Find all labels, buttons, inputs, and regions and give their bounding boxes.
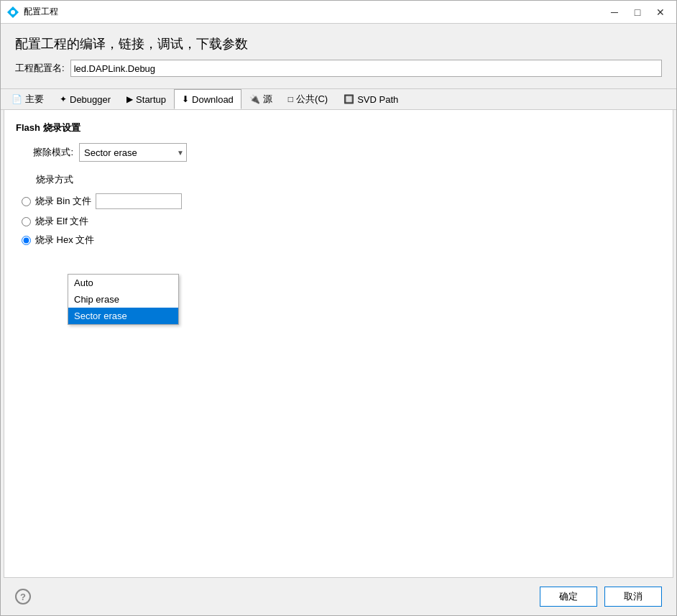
radio-elf-row: 烧录 Elf 文件 <box>22 215 661 228</box>
confirm-button[interactable]: 确定 <box>540 587 597 607</box>
svg-point-1 <box>11 10 15 14</box>
dropdown-item-auto[interactable]: Auto <box>68 275 178 291</box>
tab-debugger-label: Debugger <box>70 94 111 105</box>
header-title: 配置工程的编译，链接，调试，下载参数 <box>15 35 662 52</box>
tab-svdpath-icon: 🔲 <box>344 94 354 104</box>
tab-startup-label: Startup <box>136 94 166 105</box>
minimize-button[interactable]: ─ <box>604 4 625 20</box>
radio-bin-label: 烧录 Bin 文件 <box>35 195 91 208</box>
tab-main-icon: 📄 <box>11 94 22 104</box>
header-section: 配置工程的编译，链接，调试，下载参数 工程配置名: <box>1 24 676 88</box>
erase-mode-select-wrapper: Auto Chip erase Sector erase ▼ <box>79 143 187 162</box>
tab-common[interactable]: □ 公共(C) <box>280 89 336 109</box>
dropdown-menu: Auto Chip erase Sector erase <box>68 274 179 325</box>
footer: ? 确定 取消 <box>1 578 676 615</box>
tab-source-icon: 🔌 <box>249 94 260 104</box>
tab-svdpath-label: SVD Path <box>357 94 398 105</box>
footer-left: ? <box>15 589 31 604</box>
tab-source-label: 源 <box>263 93 272 106</box>
project-name-input[interactable] <box>70 60 662 77</box>
tab-download[interactable]: ⬇ Download <box>174 89 241 109</box>
tabs-bar: 📄 主要 ✦ Debugger ▶ Startup ⬇ Download 🔌 源… <box>1 88 676 110</box>
title-bar: 配置工程 ─ □ ✕ <box>1 1 676 24</box>
maximize-button[interactable]: □ <box>627 4 648 20</box>
tab-startup-icon: ▶ <box>126 94 133 104</box>
erase-mode-select[interactable]: Auto Chip erase Sector erase <box>79 143 187 162</box>
cancel-button[interactable]: 取消 <box>604 587 662 607</box>
tab-debugger[interactable]: ✦ Debugger <box>52 89 119 109</box>
radio-elf[interactable] <box>22 217 31 226</box>
tab-startup[interactable]: ▶ Startup <box>119 89 174 109</box>
content-area: Flash 烧录设置 擦除模式: Auto Chip erase Sector … <box>4 110 673 578</box>
tab-common-label: 公共(C) <box>296 93 328 106</box>
window-title: 配置工程 <box>24 6 604 18</box>
tab-main[interactable]: 📄 主要 <box>4 89 52 109</box>
tab-debugger-icon: ✦ <box>60 94 67 104</box>
tab-download-icon: ⬇ <box>182 94 189 104</box>
radio-hex-row: 烧录 Hex 文件 <box>22 234 661 247</box>
footer-right: 确定 取消 <box>540 587 662 607</box>
app-icon <box>6 6 19 19</box>
project-name-row: 工程配置名: <box>15 60 662 77</box>
main-window: 配置工程 ─ □ ✕ 配置工程的编译，链接，调试，下载参数 工程配置名: 📄 主… <box>0 0 677 616</box>
erase-mode-label: 擦除模式: <box>16 146 73 159</box>
tab-svdpath[interactable]: 🔲 SVD Path <box>336 89 406 109</box>
radio-bin[interactable] <box>22 197 31 206</box>
tab-download-label: Download <box>192 94 234 105</box>
radio-bin-row: 烧录 Bin 文件 <box>22 193 661 209</box>
tab-common-icon: □ <box>288 94 293 104</box>
tab-main-label: 主要 <box>25 93 44 106</box>
burn-method-label: 烧录方式 <box>16 173 73 186</box>
window-body: 配置工程的编译，链接，调试，下载参数 工程配置名: 📄 主要 ✦ Debugge… <box>1 24 676 615</box>
window-controls: ─ □ ✕ <box>604 4 671 20</box>
project-name-label: 工程配置名: <box>15 62 65 75</box>
tab-source[interactable]: 🔌 源 <box>241 89 280 109</box>
radio-hex[interactable] <box>22 236 31 245</box>
bin-file-input[interactable] <box>96 193 182 209</box>
close-button[interactable]: ✕ <box>650 4 671 20</box>
erase-mode-row: 擦除模式: Auto Chip erase Sector erase ▼ <box>16 143 661 162</box>
help-icon[interactable]: ? <box>15 589 31 604</box>
radio-hex-label: 烧录 Hex 文件 <box>35 234 94 247</box>
dropdown-item-chip-erase[interactable]: Chip erase <box>68 291 178 308</box>
flash-section-title: Flash 烧录设置 <box>16 121 661 134</box>
radio-elf-label: 烧录 Elf 文件 <box>35 215 88 228</box>
burn-method-row: 烧录方式 <box>16 173 661 186</box>
dropdown-item-sector-erase[interactable]: Sector erase <box>68 308 178 324</box>
